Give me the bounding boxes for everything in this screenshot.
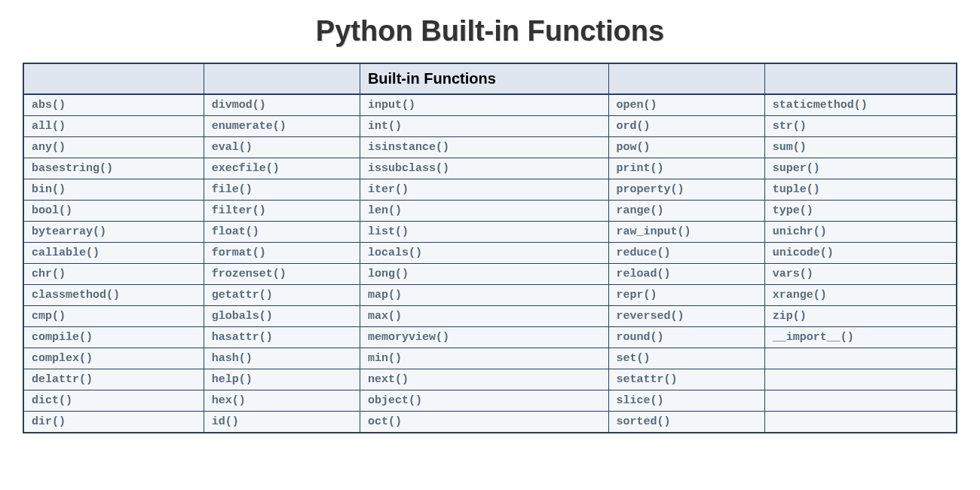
table-row: chr()frozenset()long()reload()vars()	[23, 264, 957, 285]
table-cell: raw_input()	[608, 222, 764, 243]
table-row: bytearray()float()list()raw_input()unich…	[23, 222, 957, 243]
table-cell: issubclass()	[360, 158, 608, 179]
table-row: delattr()help()next()setattr()	[23, 369, 957, 390]
table-cell: unicode()	[764, 243, 957, 264]
table-cell: reduce()	[608, 243, 764, 264]
table-cell: vars()	[764, 264, 957, 285]
table-cell: int()	[360, 116, 608, 137]
table-cell: complex()	[23, 348, 204, 369]
table-cell: classmethod()	[23, 285, 204, 306]
table-cell: format()	[204, 243, 360, 264]
table-header-cell	[204, 63, 360, 94]
table-cell: type()	[764, 201, 957, 222]
table-row: basestring()execfile()issubclass()print(…	[23, 158, 957, 179]
table-cell: map()	[360, 285, 608, 306]
table-cell: enumerate()	[204, 116, 360, 137]
table-cell: cmp()	[23, 306, 204, 327]
table-cell: hash()	[204, 348, 360, 369]
table-cell: callable()	[23, 243, 204, 264]
table-cell: any()	[23, 137, 204, 158]
table-cell: reversed()	[608, 306, 764, 327]
table-cell: object()	[360, 390, 608, 412]
table-cell: memoryview()	[360, 327, 608, 348]
table-cell: ord()	[608, 116, 764, 137]
table-cell: min()	[360, 348, 608, 369]
table-cell: max()	[360, 306, 608, 327]
table-cell: str()	[764, 116, 957, 137]
table-cell: all()	[23, 116, 204, 137]
table-cell: filter()	[204, 201, 360, 222]
table-cell: unichr()	[764, 222, 957, 243]
table-cell: delattr()	[23, 369, 204, 390]
table-header-row: Built-in Functions	[23, 63, 957, 94]
table-cell: open()	[608, 94, 764, 116]
table-cell: sorted()	[608, 412, 764, 433]
table-cell: property()	[608, 179, 764, 201]
table-cell: chr()	[23, 264, 204, 285]
table-cell: hasattr()	[204, 327, 360, 348]
table-row: all()enumerate()int()ord()str()	[23, 116, 957, 137]
table-row: bin()file()iter()property()tuple()	[23, 179, 957, 201]
table-cell: iter()	[360, 179, 608, 201]
page-title: Python Built-in Functions	[23, 15, 957, 47]
table-cell: hex()	[204, 390, 360, 412]
table-header-cell: Built-in Functions	[360, 63, 608, 94]
table-cell: compile()	[23, 327, 204, 348]
table-cell: long()	[360, 264, 608, 285]
table-cell: repr()	[608, 285, 764, 306]
table-row: any()eval()isinstance()pow()sum()	[23, 137, 957, 158]
table-cell	[764, 390, 957, 412]
table-cell: oct()	[360, 412, 608, 433]
table-header-cell	[608, 63, 764, 94]
table-row: classmethod()getattr()map()repr()xrange(…	[23, 285, 957, 306]
table-row: complex()hash()min()set()	[23, 348, 957, 369]
table-row: cmp()globals()max()reversed()zip()	[23, 306, 957, 327]
table-cell: bytearray()	[23, 222, 204, 243]
table-cell: super()	[764, 158, 957, 179]
table-cell: basestring()	[23, 158, 204, 179]
table-row: abs()divmod()input()open()staticmethod()	[23, 94, 957, 116]
table-cell: locals()	[360, 243, 608, 264]
table-row: bool()filter()len()range()type()	[23, 201, 957, 222]
table-cell: reload()	[608, 264, 764, 285]
table-cell: execfile()	[204, 158, 360, 179]
table-row: dir()id()oct()sorted()	[23, 412, 957, 433]
table-cell: isinstance()	[360, 137, 608, 158]
table-cell: id()	[204, 412, 360, 433]
table-cell: staticmethod()	[764, 94, 957, 116]
table-cell: __import__()	[764, 327, 957, 348]
table-cell: range()	[608, 201, 764, 222]
table-row: dict()hex()object()slice()	[23, 390, 957, 412]
table-cell: globals()	[204, 306, 360, 327]
table-cell: pow()	[608, 137, 764, 158]
table-cell: getattr()	[204, 285, 360, 306]
builtins-table: Built-in Functions abs()divmod()input()o…	[23, 63, 957, 433]
table-cell: file()	[204, 179, 360, 201]
table-cell: bin()	[23, 179, 204, 201]
table-cell: sum()	[764, 137, 957, 158]
table-cell: input()	[360, 94, 608, 116]
table-cell: bool()	[23, 201, 204, 222]
table-header-cell	[764, 63, 957, 94]
table-cell: help()	[204, 369, 360, 390]
table-cell: eval()	[204, 137, 360, 158]
table-cell: frozenset()	[204, 264, 360, 285]
table-cell: list()	[360, 222, 608, 243]
table-cell: dict()	[23, 390, 204, 412]
table-cell: setattr()	[608, 369, 764, 390]
table-cell: len()	[360, 201, 608, 222]
table-cell: dir()	[23, 412, 204, 433]
table-row: compile()hasattr()memoryview()round()__i…	[23, 327, 957, 348]
table-cell: float()	[204, 222, 360, 243]
table-cell: zip()	[764, 306, 957, 327]
table-cell: xrange()	[764, 285, 957, 306]
table-cell: divmod()	[204, 94, 360, 116]
table-cell: print()	[608, 158, 764, 179]
table-cell: abs()	[23, 94, 204, 116]
table-cell: set()	[608, 348, 764, 369]
table-cell	[764, 348, 957, 369]
table-cell: next()	[360, 369, 608, 390]
table-cell: tuple()	[764, 179, 957, 201]
table-cell	[764, 369, 957, 390]
table-cell: slice()	[608, 390, 764, 412]
